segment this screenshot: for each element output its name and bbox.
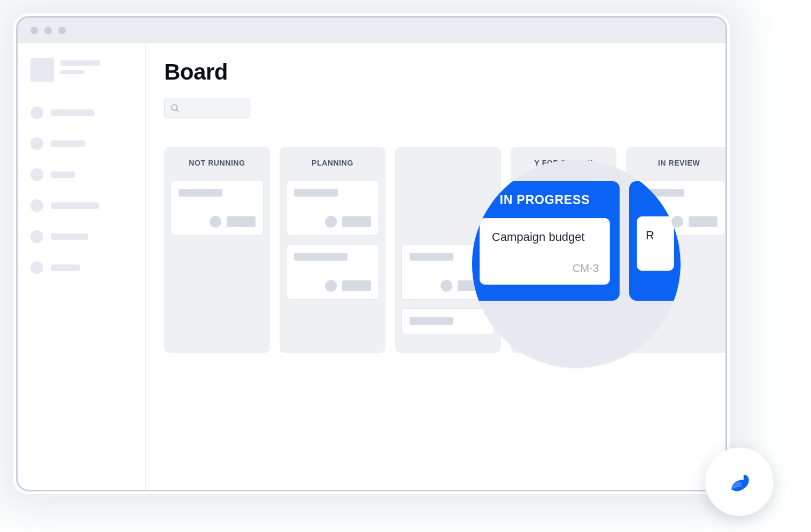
card-title-placeholder bbox=[410, 317, 453, 325]
board-card[interactable] bbox=[286, 180, 379, 236]
brand-logo-badge bbox=[705, 448, 774, 516]
sidebar-profile[interactable] bbox=[30, 58, 133, 82]
profile-text-placeholder bbox=[60, 58, 100, 74]
zoom-column-header: IN PROGRESS bbox=[480, 193, 610, 207]
zoom-focused-column: IN PROGRESS Campaign budget CM-3 bbox=[472, 181, 620, 301]
card-id-placeholder bbox=[227, 216, 256, 227]
board-card[interactable] bbox=[171, 180, 264, 236]
nav-icon bbox=[30, 106, 43, 119]
sidebar-item[interactable] bbox=[30, 199, 133, 212]
assignee-avatar bbox=[441, 280, 452, 292]
brand-logo-icon bbox=[722, 464, 757, 499]
magnifier-overlay: IN PROGRESS Campaign budget CM-3 R bbox=[472, 160, 681, 368]
zoom-card-id: CM-3 bbox=[492, 262, 599, 275]
assignee-avatar bbox=[325, 280, 337, 292]
nav-icon bbox=[30, 199, 43, 212]
card-id-placeholder bbox=[342, 216, 371, 227]
board-card[interactable] bbox=[286, 244, 379, 300]
card-title-placeholder bbox=[294, 189, 338, 197]
column-header: IN REVIEW bbox=[632, 159, 725, 167]
sidebar bbox=[18, 43, 146, 490]
app-body: Board NOT RUNNING bbox=[18, 43, 725, 490]
svg-line-1 bbox=[176, 109, 178, 111]
nav-icon bbox=[30, 230, 43, 243]
column-header: PLANNING bbox=[286, 159, 379, 167]
zoom-peek-card-title: R bbox=[646, 229, 674, 242]
sidebar-item[interactable] bbox=[30, 230, 133, 243]
search-input[interactable] bbox=[164, 98, 250, 118]
column-header: NOT RUNNING bbox=[171, 159, 264, 167]
main-content: Board NOT RUNNING bbox=[146, 43, 725, 490]
sidebar-item[interactable] bbox=[30, 106, 133, 119]
sidebar-item[interactable] bbox=[30, 168, 133, 181]
app-window: Board NOT RUNNING bbox=[16, 16, 727, 491]
window-control-dot[interactable] bbox=[58, 27, 66, 34]
nav-label-placeholder bbox=[51, 109, 95, 116]
nav-label-placeholder bbox=[51, 264, 80, 271]
board-card[interactable] bbox=[401, 308, 495, 335]
window-control-dot[interactable] bbox=[44, 27, 52, 34]
window-control-dot[interactable] bbox=[30, 27, 38, 34]
nav-icon bbox=[30, 261, 43, 274]
board-column-planning[interactable]: PLANNING bbox=[280, 147, 385, 353]
card-title-placeholder bbox=[179, 189, 222, 197]
card-title-placeholder bbox=[410, 253, 453, 261]
assignee-avatar bbox=[325, 216, 337, 228]
nav-label-placeholder bbox=[51, 140, 85, 147]
card-id-placeholder bbox=[689, 216, 717, 227]
search-icon bbox=[170, 103, 180, 113]
nav-icon bbox=[30, 137, 43, 150]
zoom-peek-card[interactable]: R bbox=[637, 216, 674, 271]
zoom-card[interactable]: Campaign budget CM-3 bbox=[480, 218, 610, 285]
nav-label-placeholder bbox=[51, 202, 99, 209]
zoom-card-title: Campaign budget bbox=[492, 230, 599, 244]
assignee-avatar bbox=[210, 216, 221, 228]
avatar bbox=[30, 58, 54, 82]
sidebar-item[interactable] bbox=[30, 261, 133, 274]
titlebar bbox=[18, 18, 725, 43]
page-title: Board bbox=[164, 59, 725, 85]
board-column-not-running[interactable]: NOT RUNNING bbox=[164, 147, 270, 353]
sidebar-item[interactable] bbox=[30, 137, 133, 150]
nav-label-placeholder bbox=[51, 171, 75, 178]
card-id-placeholder bbox=[342, 280, 371, 291]
nav-label-placeholder bbox=[51, 233, 88, 240]
card-title-placeholder bbox=[294, 253, 347, 261]
nav-icon bbox=[30, 168, 43, 181]
